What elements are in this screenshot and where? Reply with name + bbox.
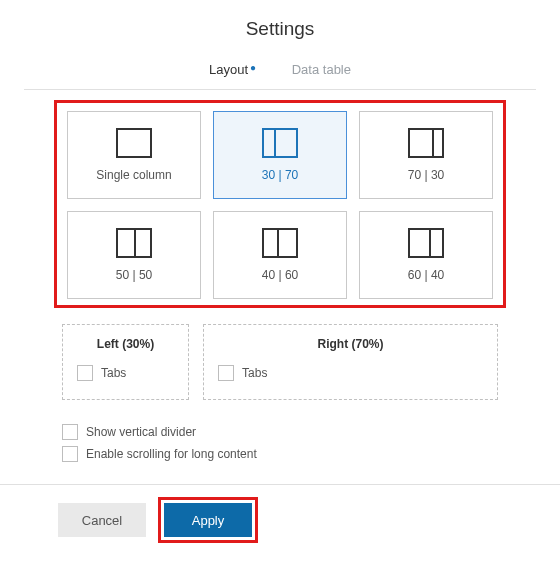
layout-option-label: 30 | 70 xyxy=(262,168,298,182)
cancel-button[interactable]: Cancel xyxy=(58,503,146,537)
tab-underline xyxy=(24,89,536,90)
layout-grid-highlight: Single column30 | 7070 | 3050 | 5040 | 6… xyxy=(54,100,506,308)
layout-preview-icon xyxy=(116,228,152,258)
panel-right-tabs-label: Tabs xyxy=(242,366,267,380)
tab-modified-indicator-icon: ● xyxy=(250,62,256,73)
layout-grid: Single column30 | 7070 | 3050 | 5040 | 6… xyxy=(67,111,493,299)
footer: Cancel Apply xyxy=(58,497,536,543)
panel-left: Left (30%) Tabs xyxy=(62,324,189,400)
layout-option-label: 40 | 60 xyxy=(262,268,298,282)
apply-button-highlight: Apply xyxy=(158,497,258,543)
tab-bar: Layout● Data table xyxy=(24,62,536,83)
layout-preview-icon xyxy=(408,128,444,158)
layout-option-30-70[interactable]: 30 | 70 xyxy=(213,111,347,199)
checkbox-icon xyxy=(62,424,78,440)
panel-left-tabs-label: Tabs xyxy=(101,366,126,380)
layout-preview-icon xyxy=(408,228,444,258)
panel-right: Right (70%) Tabs xyxy=(203,324,498,400)
column-panels: Left (30%) Tabs Right (70%) Tabs xyxy=(62,324,498,400)
layout-preview-icon xyxy=(262,128,298,158)
tab-layout[interactable]: Layout● xyxy=(209,62,256,83)
layout-option-label: 60 | 40 xyxy=(408,268,444,282)
show-divider-label: Show vertical divider xyxy=(86,425,196,439)
checkbox-icon xyxy=(62,446,78,462)
panel-right-title: Right (70%) xyxy=(218,337,483,351)
tab-data-table[interactable]: Data table xyxy=(292,62,351,83)
layout-option-60-40[interactable]: 60 | 40 xyxy=(359,211,493,299)
tab-layout-label: Layout xyxy=(209,62,248,77)
footer-divider xyxy=(0,484,560,485)
layout-option-single[interactable]: Single column xyxy=(67,111,201,199)
enable-scroll-checkbox[interactable]: Enable scrolling for long content xyxy=(62,446,498,462)
options-section: Show vertical divider Enable scrolling f… xyxy=(62,424,498,462)
page-title: Settings xyxy=(24,18,536,40)
apply-button[interactable]: Apply xyxy=(164,503,252,537)
layout-option-label: 50 | 50 xyxy=(116,268,152,282)
enable-scroll-label: Enable scrolling for long content xyxy=(86,447,257,461)
layout-preview-icon xyxy=(262,228,298,258)
layout-preview-icon xyxy=(116,128,152,158)
checkbox-icon xyxy=(218,365,234,381)
checkbox-icon xyxy=(77,365,93,381)
layout-option-label: Single column xyxy=(96,168,171,182)
panel-right-tabs-checkbox[interactable]: Tabs xyxy=(218,365,483,381)
layout-option-50-50[interactable]: 50 | 50 xyxy=(67,211,201,299)
panel-left-title: Left (30%) xyxy=(77,337,174,351)
layout-option-70-30[interactable]: 70 | 30 xyxy=(359,111,493,199)
layout-option-label: 70 | 30 xyxy=(408,168,444,182)
layout-option-40-60[interactable]: 40 | 60 xyxy=(213,211,347,299)
panel-left-tabs-checkbox[interactable]: Tabs xyxy=(77,365,174,381)
show-divider-checkbox[interactable]: Show vertical divider xyxy=(62,424,498,440)
